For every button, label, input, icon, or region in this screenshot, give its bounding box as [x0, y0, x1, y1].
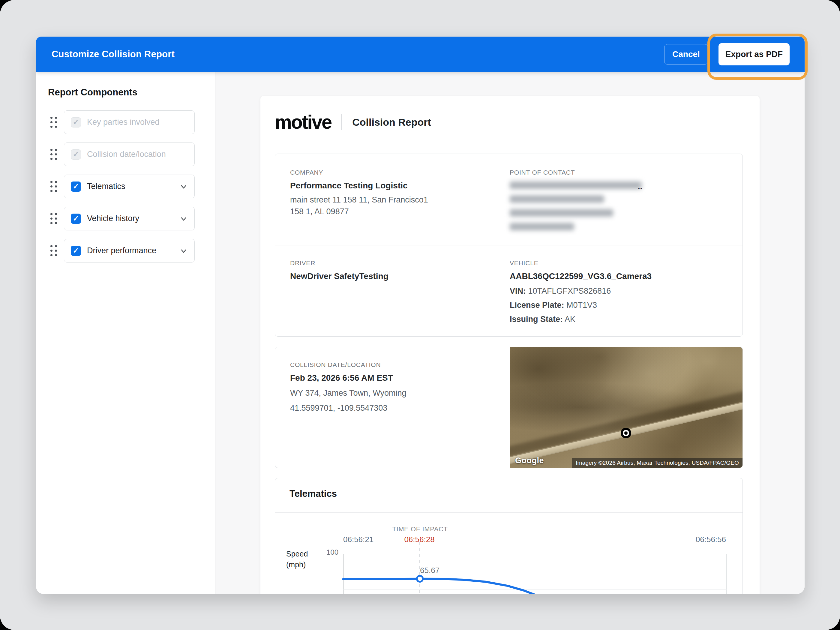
sidebar-item-driver-performance[interactable]: ✓ Driver performance — [64, 239, 195, 262]
chart-end-time: 06:56:56 — [696, 535, 726, 544]
vehicle-vin-row: VIN: 10TAFLGFXPS826816 — [510, 286, 652, 296]
state-value: AK — [565, 315, 575, 324]
redacted-line — [510, 195, 604, 203]
telematics-divider — [275, 512, 742, 513]
motive-logo: motive — [275, 111, 331, 133]
company-section: COMPANY Performance Testing Logistic mai… — [290, 169, 428, 216]
sidebar-row-collision-date: ✓ Collision date/location — [36, 142, 215, 166]
state-label: Issuing State: — [510, 315, 563, 324]
vehicle-state-row: Issuing State: AK — [510, 315, 652, 324]
redacted-line — [510, 182, 642, 189]
checkbox-checked-icon[interactable]: ✓ — [71, 213, 81, 224]
sidebar-item-collision-date-location[interactable]: ✓ Collision date/location — [64, 142, 195, 166]
drag-handle-icon[interactable] — [51, 181, 57, 192]
vin-value: 10TAFLGFXPS826816 — [528, 286, 611, 295]
point-of-contact-section: POINT OF CONTACT .. — [510, 169, 651, 237]
drag-handle-icon[interactable] — [51, 213, 57, 224]
plate-label: License Plate: — [510, 301, 564, 309]
chevron-down-icon[interactable] — [179, 215, 188, 223]
modal-body: Report Components ✓ Key parties involved… — [36, 72, 805, 594]
chart-impact-time: 06:56:28 — [404, 535, 434, 544]
redacted-suffix: .. — [638, 182, 642, 191]
map-location-marker-icon — [621, 428, 631, 438]
company-name: Performance Testing Logistic — [290, 181, 428, 191]
export-as-pdf-button[interactable]: Export as PDF — [718, 43, 789, 65]
customize-collision-report-modal: Customize Collision Report Cancel Export… — [36, 36, 805, 594]
sidebar-row-key-parties: ✓ Key parties involved — [36, 111, 215, 134]
vehicle-section: VEHICLE AABL36QC122599_VG3.6_Camera3 VIN… — [510, 259, 652, 324]
telematics-card: Telematics TIME OF IMPACT 06:56:21 06:56… — [275, 478, 743, 594]
plate-value: M0T1V3 — [567, 301, 597, 309]
impact-point-marker — [417, 576, 423, 582]
map-road-shadow — [510, 388, 742, 457]
sidebar-item-label: Telematics — [87, 182, 125, 191]
sidebar-item-label: Vehicle history — [87, 214, 139, 223]
company-label: COMPANY — [290, 169, 428, 176]
sidebar-item-label: Collision date/location — [87, 150, 166, 159]
impact-speed-value: 65.67 — [420, 566, 439, 575]
parties-info-card: COMPANY Performance Testing Logistic mai… — [275, 153, 743, 336]
logo-divider — [341, 114, 342, 130]
sidebar-item-label: Driver performance — [87, 246, 156, 255]
company-address-line1: main street 11 158 11, San Francisco1 — [290, 195, 428, 205]
report-doc-title: Collision Report — [352, 117, 431, 128]
modal-header: Customize Collision Report Cancel Export… — [36, 36, 805, 72]
sidebar-heading: Report Components — [48, 87, 215, 98]
chart-start-time: 06:56:21 — [343, 535, 374, 544]
checkbox-checked-icon[interactable]: ✓ — [71, 182, 81, 192]
cancel-button[interactable]: Cancel — [664, 44, 708, 65]
point-of-contact-label: POINT OF CONTACT — [510, 169, 651, 176]
redacted-contact-block: .. — [510, 182, 651, 231]
sidebar-row-driver-performance: ✓ Driver performance — [36, 239, 215, 262]
vehicle-name: AABL36QC122599_VG3.6_Camera3 — [510, 272, 652, 281]
collision-info-section: COLLISION DATE/LOCATION Feb 23, 2026 6:5… — [290, 361, 406, 413]
sidebar-item-key-parties-involved[interactable]: ✓ Key parties involved — [64, 111, 195, 134]
vin-label: VIN: — [510, 286, 526, 295]
chevron-down-icon[interactable] — [179, 182, 188, 191]
checkbox-checked-disabled-icon[interactable]: ✓ — [71, 149, 81, 159]
telematics-heading: Telematics — [289, 488, 337, 499]
drag-handle-icon[interactable] — [51, 117, 57, 128]
redacted-line — [510, 223, 574, 231]
driver-label: DRIVER — [290, 259, 388, 267]
collision-label: COLLISION DATE/LOCATION — [290, 361, 406, 368]
vehicle-label: VEHICLE — [510, 259, 652, 267]
sidebar-row-telematics: ✓ Telematics — [36, 175, 215, 198]
sidebar-item-label: Key parties involved — [87, 118, 159, 127]
report-logo-row: motive Collision Report — [275, 111, 431, 133]
y-axis-title: Speed (mph) — [286, 548, 308, 570]
drag-handle-icon[interactable] — [51, 149, 57, 160]
modal-title: Customize Collision Report — [52, 49, 175, 60]
sidebar-item-vehicle-history[interactable]: ✓ Vehicle history — [64, 207, 195, 231]
card-divider — [275, 245, 742, 245]
google-logo: Google — [515, 456, 544, 465]
satellite-map: Google Imagery ©2026 Airbus, Maxar Techn… — [510, 347, 742, 468]
report-preview-area: motive Collision Report COMPANY Performa… — [215, 72, 805, 594]
drag-handle-icon[interactable] — [51, 245, 57, 256]
screenshot-background: Customize Collision Report Cancel Export… — [0, 0, 840, 630]
report-components-sidebar: Report Components ✓ Key parties involved… — [36, 72, 215, 594]
checkbox-checked-icon[interactable]: ✓ — [71, 246, 81, 256]
collision-location-card: COLLISION DATE/LOCATION Feb 23, 2026 6:5… — [275, 347, 743, 468]
collision-location: WY 374, James Town, Wyoming — [290, 388, 406, 398]
report-page: motive Collision Report COMPANY Performa… — [261, 96, 759, 594]
speed-line-chart: 65.67 — [343, 554, 726, 594]
company-address-line2: 158 1, AL 09877 — [290, 207, 428, 216]
driver-section: DRIVER NewDriver SafetyTesting — [290, 259, 388, 281]
y-axis-tick-100: 100 — [321, 548, 338, 556]
collision-coordinates: 41.5599701, -109.5547303 — [290, 404, 406, 413]
vehicle-plate-row: License Plate: M0T1V3 — [510, 301, 652, 310]
time-of-impact-label: TIME OF IMPACT — [392, 525, 448, 533]
speed-series-line — [343, 579, 538, 594]
map-attribution: Imagery ©2026 Airbus, Maxar Technologies… — [572, 458, 742, 468]
sidebar-row-vehicle-history: ✓ Vehicle history — [36, 207, 215, 231]
checkbox-checked-disabled-icon[interactable]: ✓ — [71, 117, 81, 128]
sidebar-component-list: ✓ Key parties involved ✓ Collision date/… — [36, 111, 215, 262]
driver-name: NewDriver SafetyTesting — [290, 272, 388, 281]
redacted-line — [510, 209, 613, 216]
chevron-down-icon[interactable] — [179, 246, 188, 255]
sidebar-item-telematics[interactable]: ✓ Telematics — [64, 175, 195, 198]
collision-datetime: Feb 23, 2026 6:56 AM EST — [290, 373, 406, 383]
